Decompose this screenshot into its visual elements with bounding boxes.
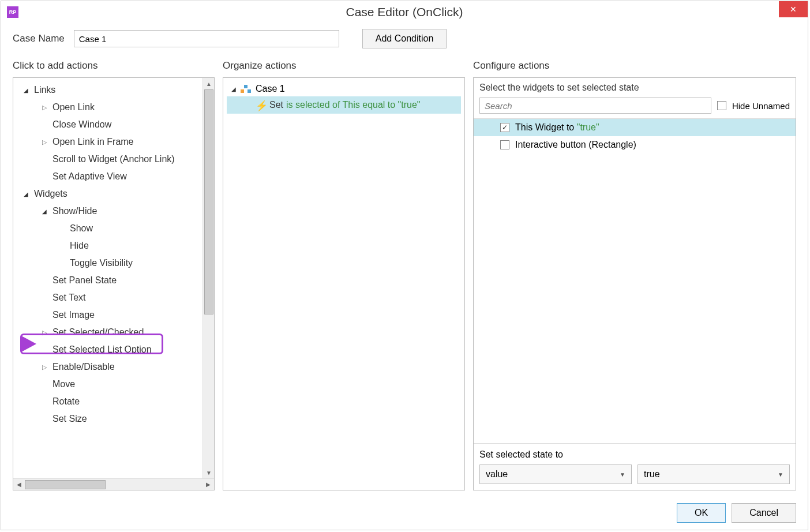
tree-set-selected-checked[interactable]: Set Selected/Checked (13, 324, 202, 341)
select-widgets-label: Select the widgets to set selected state (474, 78, 796, 98)
tree-set-size[interactable]: Set Size (13, 410, 202, 428)
scroll-right-icon[interactable]: ▶ (202, 479, 214, 490)
tree-hide[interactable]: Hide (13, 237, 202, 254)
tree-toggle-visibility[interactable]: Toggle Visibility (13, 254, 202, 272)
configure-panel: Select the widgets to set selected state… (473, 77, 796, 490)
chevron-down-icon: ▼ (778, 471, 783, 478)
configure-bottom: Set selected state to value ▼ true ▼ (474, 443, 796, 490)
scroll-up-icon[interactable]: ▲ (203, 78, 215, 89)
state-type-dropdown[interactable]: value ▼ (479, 464, 632, 484)
scroll-down-icon[interactable]: ▼ (203, 467, 215, 478)
widget-list: ✓ This Widget to "true" Interactive butt… (474, 118, 796, 443)
ok-button[interactable]: OK (677, 503, 726, 523)
tree-set-text[interactable]: Set Text (13, 289, 202, 306)
dialog-footer: OK Cancel (1, 496, 808, 530)
cancel-button[interactable]: Cancel (732, 503, 796, 523)
close-button[interactable]: ✕ (779, 1, 808, 17)
tree-rotate[interactable]: Rotate (13, 393, 202, 410)
expand-icon[interactable] (41, 138, 48, 146)
actions-column: Click to add actions Links Open Link Clo… (13, 60, 215, 490)
tree-widgets[interactable]: Widgets (13, 185, 202, 203)
widget-checkbox[interactable]: ✓ (500, 123, 509, 132)
actions-panel: Links Open Link Close Window Open Link i… (13, 77, 215, 490)
scroll-thumb[interactable] (204, 89, 213, 314)
configure-header: Configure actions (473, 60, 796, 72)
tree-open-link[interactable]: Open Link (13, 99, 202, 116)
bolt-icon: ⚡ (256, 100, 264, 110)
widget-checkbox[interactable] (500, 140, 509, 149)
scroll-thumb-h[interactable] (25, 480, 106, 489)
action-desc: is selected of This equal to "true" (286, 100, 421, 110)
tree-scroll-to-widget[interactable]: Scroll to Widget (Anchor Link) (13, 151, 202, 168)
widget-search-input[interactable] (479, 98, 711, 114)
organize-header: Organize actions (223, 60, 465, 72)
chevron-down-icon: ▼ (620, 471, 625, 478)
vertical-scrollbar[interactable]: ▲ ▼ (202, 78, 214, 478)
organize-case-label: Case 1 (256, 84, 285, 94)
tree-open-link-frame[interactable]: Open Link in Frame (13, 133, 202, 151)
tree-set-selected-list-option[interactable]: Set Selected List Option (13, 341, 202, 358)
tree-set-panel-state[interactable]: Set Panel State (13, 272, 202, 289)
highlight-arrow-icon (21, 336, 36, 352)
widget-this-label: This Widget to (515, 122, 574, 132)
tree-show-hide[interactable]: Show/Hide (13, 203, 202, 220)
expand-icon[interactable] (41, 104, 48, 111)
organize-column: Organize actions Case 1 ⚡ Set is selecte… (223, 60, 465, 490)
tree-set-adaptive-view[interactable]: Set Adaptive View (13, 168, 202, 185)
organize-panel: Case 1 ⚡ Set is selected of This equal t… (223, 77, 465, 490)
state-value-dropdown[interactable]: true ▼ (638, 464, 790, 484)
tree-show[interactable]: Show (13, 220, 202, 237)
main-columns: Click to add actions Links Open Link Clo… (1, 60, 808, 496)
case-icon (241, 85, 251, 93)
expand-icon[interactable] (22, 190, 29, 197)
window-title: Case Editor (OnClick) (346, 5, 463, 19)
case-name-input[interactable] (74, 30, 339, 47)
case-name-row: Case Name Add Condition (1, 23, 808, 60)
actions-tree[interactable]: Links Open Link Close Window Open Link i… (13, 78, 202, 478)
widget-interactive-label: Interactive button (Rectangle) (515, 140, 636, 150)
state-value-value: true (644, 469, 660, 479)
tree-enable-disable[interactable]: Enable/Disable (13, 358, 202, 376)
close-icon: ✕ (790, 5, 797, 14)
hide-unnamed-label: Hide Unnamed (732, 101, 790, 111)
widget-item-interactive-button[interactable]: Interactive button (Rectangle) (474, 136, 796, 153)
expand-icon[interactable] (22, 87, 29, 93)
case-name-label: Case Name (13, 33, 65, 44)
widget-item-this[interactable]: ✓ This Widget to "true" (474, 119, 796, 136)
tree-links[interactable]: Links (13, 81, 202, 99)
actions-header: Click to add actions (13, 60, 215, 72)
tree-set-image[interactable]: Set Image (13, 306, 202, 324)
action-set-label: Set (269, 100, 283, 110)
state-type-value: value (486, 469, 508, 479)
expand-icon[interactable] (41, 364, 48, 371)
tree-move[interactable]: Move (13, 376, 202, 393)
set-state-label: Set selected state to (479, 449, 790, 460)
app-icon: RP (7, 6, 18, 18)
add-condition-button[interactable]: Add Condition (362, 29, 447, 48)
horizontal-scrollbar[interactable]: ◀ ▶ (13, 478, 214, 490)
expand-icon[interactable] (41, 329, 48, 336)
expand-icon[interactable] (230, 85, 237, 92)
widget-this-value: "true" (577, 122, 599, 132)
case-editor-window: RP Case Editor (OnClick) ✕ Case Name Add… (1, 1, 808, 530)
hide-unnamed-checkbox[interactable] (717, 101, 726, 110)
organize-case-row[interactable]: Case 1 (227, 81, 461, 96)
tree-close-window[interactable]: Close Window (13, 116, 202, 133)
organize-action-row[interactable]: ⚡ Set is selected of This equal to "true… (227, 96, 461, 114)
expand-icon[interactable] (41, 208, 48, 215)
configure-column: Configure actions Select the widgets to … (473, 60, 796, 490)
scroll-left-icon[interactable]: ◀ (13, 479, 25, 490)
titlebar: RP Case Editor (OnClick) ✕ (1, 1, 808, 23)
